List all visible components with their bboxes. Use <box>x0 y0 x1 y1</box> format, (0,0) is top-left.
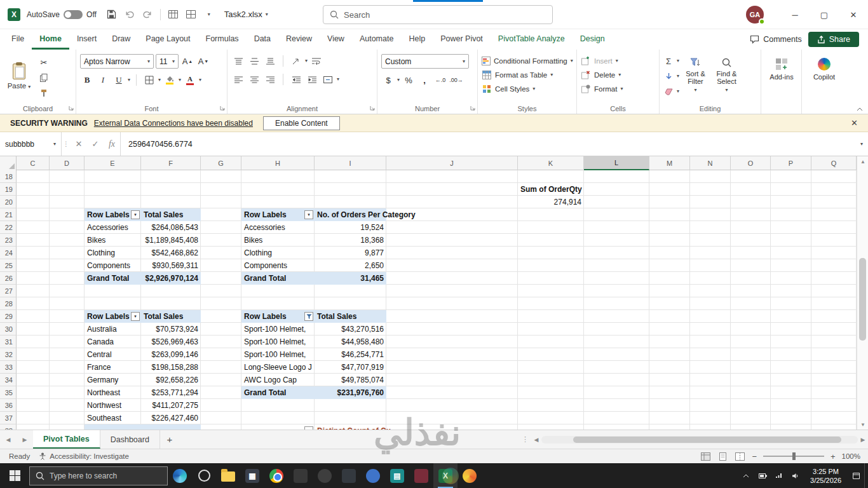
cell-E25[interactable]: Components <box>85 259 141 272</box>
undo-button[interactable] <box>121 6 138 23</box>
col-header-F[interactable]: F <box>141 156 201 170</box>
app-icon-maroon[interactable] <box>409 463 433 488</box>
tab-formulas[interactable]: Formulas <box>198 29 247 50</box>
tab-design[interactable]: Design <box>573 29 613 50</box>
zoom-in-icon[interactable]: + <box>831 452 836 461</box>
decrease-font-icon[interactable]: A▼ <box>196 55 210 69</box>
minimize-button[interactable]: ─ <box>780 0 810 29</box>
cell-I34[interactable]: $49,785,074 <box>315 374 386 386</box>
tab-draw[interactable]: Draw <box>104 29 138 50</box>
font-color-icon[interactable]: A <box>183 73 197 87</box>
decrease-decimal-icon[interactable]: .00→ <box>449 73 463 87</box>
formula-bar-expand-icon[interactable]: ▾ <box>860 132 863 156</box>
qat-grid-icon[interactable] <box>183 6 200 23</box>
horizontal-scrollbar[interactable]: ◀ ▶ <box>531 430 868 449</box>
col-header-H[interactable]: H <box>241 156 315 170</box>
increase-indent-icon[interactable] <box>305 72 319 86</box>
zoom-slider[interactable] <box>763 456 824 457</box>
cut-icon[interactable]: ✂ <box>37 55 51 69</box>
percent-style-icon[interactable]: % <box>402 73 416 87</box>
tab-data[interactable]: Data <box>247 29 278 50</box>
bold-button[interactable]: B <box>80 73 94 87</box>
number-format-select[interactable]: Custom▾ <box>381 54 469 69</box>
cell-I25[interactable]: 2,650 <box>315 259 386 272</box>
cell-E26[interactable]: Grand Total <box>85 272 141 285</box>
tab-home[interactable]: Home <box>32 29 69 50</box>
tab-splitter-handle[interactable]: ⋮ <box>519 430 531 449</box>
cell-H34[interactable]: AWC Logo Cap <box>241 374 315 386</box>
row-header-32[interactable]: 32 <box>0 348 17 361</box>
browser-icon-orange[interactable] <box>458 463 482 488</box>
cell-styles-button[interactable]: Cell Styles▾ <box>482 82 573 96</box>
message-bar-close-icon[interactable]: ✕ <box>851 118 858 128</box>
row-header-27[interactable]: 27 <box>0 285 17 297</box>
dropdown-icon[interactable]: ▾ <box>131 312 140 321</box>
alignment-dialog-launcher[interactable] <box>370 105 375 111</box>
col-header-P[interactable]: P <box>771 156 811 170</box>
app-icon-dark[interactable]: ▦ <box>240 463 264 488</box>
fill-button[interactable]: ▾ <box>663 69 679 83</box>
cell-H21[interactable]: Row Labels▾ <box>241 208 315 221</box>
cell-E38[interactable] <box>85 424 141 430</box>
cell-I29[interactable]: Total Sales <box>315 310 386 323</box>
tab-page-layout[interactable]: Page Layout <box>138 29 198 50</box>
tab-file[interactable]: File <box>4 29 32 50</box>
col-header-I[interactable]: I <box>315 156 386 170</box>
col-header-E[interactable]: E <box>85 156 141 170</box>
cell-E22[interactable]: Accessories <box>85 221 141 234</box>
cell-F37[interactable]: $226,427,460 <box>141 412 201 424</box>
cell-I30[interactable]: $43,270,516 <box>315 323 386 336</box>
cell-H26[interactable]: Grand Total <box>241 272 315 285</box>
cell-F38[interactable] <box>141 424 201 430</box>
insert-cells-button[interactable]: Insert▾ <box>581 54 655 68</box>
cell-H23[interactable]: Bikes <box>241 234 315 247</box>
formula-bar-grip[interactable]: ⋮ <box>62 132 71 156</box>
cell-F25[interactable]: $930,569,311 <box>141 259 201 272</box>
sheet-tab-pivot-tables[interactable]: Pivot Tables <box>33 430 100 449</box>
row-header-28[interactable]: 28 <box>0 297 17 310</box>
tray-battery-icon[interactable] <box>754 463 771 488</box>
increase-decimal-icon[interactable]: ←.0 <box>433 73 447 87</box>
edge-icon[interactable] <box>168 463 192 488</box>
cell-F22[interactable]: $264,086,543 <box>141 221 201 234</box>
col-header-M[interactable]: M <box>649 156 690 170</box>
italic-button[interactable]: I <box>96 73 110 87</box>
comma-style-icon[interactable]: , <box>417 73 431 87</box>
sheet-tab-dashboard[interactable]: Dashboard <box>100 430 160 449</box>
borders-icon[interactable] <box>142 73 156 87</box>
col-header-O[interactable]: O <box>731 156 771 170</box>
cell-E33[interactable]: France <box>85 361 141 374</box>
cell-I21[interactable]: No. of Orders Per Category <box>315 208 386 221</box>
file-name[interactable]: Task2.xlsx ▾ <box>224 10 268 19</box>
cell-I33[interactable]: $47,707,919 <box>315 361 386 374</box>
tab-automate[interactable]: Automate <box>352 29 402 50</box>
cancel-icon[interactable]: ✕ <box>71 132 87 156</box>
cell-I35[interactable]: $231,976,760 <box>315 386 386 399</box>
insert-function-icon[interactable]: fx <box>104 132 120 156</box>
enter-icon[interactable]: ✓ <box>87 132 104 156</box>
clipboard-dialog-launcher[interactable] <box>69 105 74 111</box>
cell-I31[interactable]: $44,958,480 <box>315 336 386 348</box>
tray-volume-icon[interactable] <box>787 463 804 488</box>
row-header-34[interactable]: 34 <box>0 374 17 386</box>
cell-E23[interactable]: Bikes <box>85 234 141 247</box>
taskbar-clock[interactable]: 3:25 PM 3/25/2026 <box>804 467 848 485</box>
cell-H30[interactable]: Sport-100 Helmet, <box>241 323 315 336</box>
chrome-icon[interactable] <box>264 463 288 488</box>
align-top-icon[interactable] <box>231 54 245 68</box>
cell-E37[interactable]: Southeast <box>85 412 141 424</box>
cell-F26[interactable]: $2,926,970,124 <box>141 272 201 285</box>
conditional-formatting-button[interactable]: Conditional Formatting▾ <box>482 54 573 68</box>
row-header-26[interactable]: 26 <box>0 272 17 285</box>
app-icon-ghost-3[interactable] <box>337 463 361 488</box>
collapse-ribbon-icon[interactable] <box>857 107 863 111</box>
accessibility-status[interactable]: Accessibility: Investigate <box>39 452 129 460</box>
underline-button[interactable]: U <box>112 73 126 87</box>
sort-filter-button[interactable]: Sort & Filter ▾ <box>681 54 710 100</box>
cell-F31[interactable]: $526,969,463 <box>141 336 201 348</box>
tab-help[interactable]: Help <box>401 29 433 50</box>
cortana-icon[interactable] <box>192 463 216 488</box>
cell-H38[interactable]: ▾ <box>241 424 315 430</box>
sheet-nav-left-icon[interactable]: ◀ <box>0 430 17 449</box>
tab-review[interactable]: Review <box>278 29 320 50</box>
